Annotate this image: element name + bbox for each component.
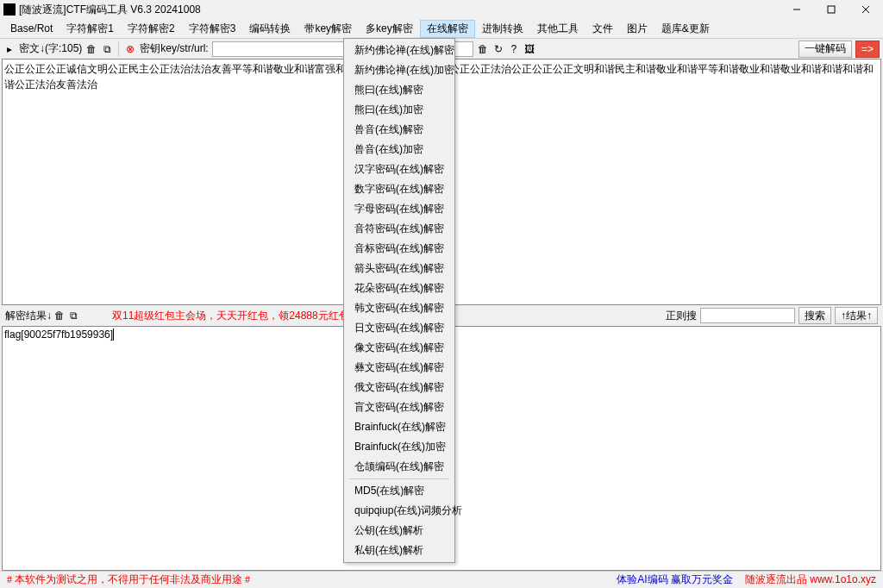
menu-image[interactable]: 图片 (620, 20, 654, 38)
dropdown-item[interactable]: 韩文密码(在线)解密 (346, 298, 453, 318)
dropdown-item[interactable]: 俄文密码(在线)解密 (346, 378, 453, 397)
cipher-label: 密文↓(字:105) (19, 41, 82, 56)
expand-icon[interactable]: ▸ (3, 43, 16, 55)
dropdown-item[interactable]: 字母密码(在线)解密 (346, 199, 453, 219)
copy-icon[interactable]: ⧉ (101, 43, 113, 55)
menu-radix-convert[interactable]: 进制转换 (475, 20, 530, 38)
menu-multikey-decrypt[interactable]: 多key解密 (359, 20, 420, 38)
menu-online-decrypt[interactable]: 在线解密 (420, 20, 475, 38)
help-icon[interactable]: ? (508, 43, 520, 55)
dropdown-item[interactable]: 熊曰(在线)加密 (346, 100, 453, 120)
search-btn-label: 搜索 (805, 309, 825, 323)
dropdown-item[interactable]: MD5(在线)解密 (346, 481, 453, 501)
go-button[interactable]: => (855, 41, 880, 58)
dropdown-item[interactable]: 新约佛论禅(在线)加密 (346, 60, 453, 80)
trash2-icon[interactable]: 🗑 (477, 43, 489, 55)
dropdown-item[interactable]: 彝文密码(在线)解密 (346, 358, 453, 378)
result-btn-label: ↑结果↑ (841, 309, 872, 323)
menu-qa-update[interactable]: 题库&更新 (654, 20, 717, 38)
dropdown-item[interactable]: 熊曰(在线)解密 (346, 80, 453, 100)
search-input[interactable] (700, 308, 795, 323)
separator (118, 41, 119, 57)
menu-char-decrypt3[interactable]: 字符解密3 (182, 20, 243, 38)
menu-char-decrypt2[interactable]: 字符解密2 (121, 20, 182, 38)
dropdown-item[interactable]: 花朵密码(在线)解密 (346, 278, 453, 298)
status-disclaimer: # 本软件为测试之用，不得用于任何非法及商业用途 # (7, 572, 250, 587)
status-ai-promo[interactable]: 体验AI编码 赢取万元奖金 (617, 572, 733, 587)
minimize-button[interactable] (780, 0, 814, 19)
dropdown-separator (349, 479, 449, 479)
status-credit[interactable]: 随波逐流出品 www.1o1o.xyz (745, 572, 876, 587)
status-bar: # 本软件为测试之用，不得用于任何非法及商业用途 # 体验AI编码 赢取万元奖金… (0, 571, 883, 588)
menu-key-decrypt[interactable]: 带key解密 (297, 20, 359, 38)
result-up-button[interactable]: ↑结果↑ (835, 307, 878, 324)
dropdown-item[interactable]: 仓颉编码(在线)解密 (346, 457, 453, 477)
title-bar: [随波逐流]CTF编码工具 V6.3 20241008 (0, 0, 883, 19)
dropdown-item[interactable]: quipqiup(在线)词频分析 (346, 501, 453, 521)
copy2-icon[interactable]: ⧉ (67, 310, 79, 322)
menu-file[interactable]: 文件 (586, 20, 620, 38)
result-content: flag[90025f7fb1959936] (4, 328, 113, 341)
dropdown-item[interactable]: 兽音(在线)解密 (346, 120, 453, 140)
key-icon[interactable]: ⊗ (124, 43, 136, 55)
dropdown-item[interactable]: 新约佛论禅(在线)解密 (346, 41, 453, 60)
dropdown-item[interactable]: 盲文密码(在线)解密 (346, 397, 453, 417)
online-decrypt-dropdown: 新约佛论禅(在线)解密新约佛论禅(在线)加密熊曰(在线)解密熊曰(在线)加密兽音… (343, 38, 455, 563)
maximize-button[interactable] (814, 0, 849, 19)
dropdown-item[interactable]: 公钥(在线)解析 (346, 521, 453, 541)
image-tool-icon[interactable]: 🖼 (523, 43, 535, 55)
key-label: 密钥key/str/url: (140, 41, 208, 56)
trash3-icon[interactable]: 🗑 (53, 310, 66, 322)
window-title: [随波逐流]CTF编码工具 V6.3 20241008 (19, 3, 780, 17)
close-button[interactable] (849, 0, 883, 19)
menu-other-tools[interactable]: 其他工具 (530, 20, 586, 38)
dropdown-item[interactable]: 音标密码(在线)解密 (346, 239, 453, 259)
regex-label: 正则搜 (666, 309, 697, 323)
menu-char-decrypt1[interactable]: 字符解密1 (59, 20, 121, 38)
dropdown-item[interactable]: 日文密码(在线)解密 (346, 318, 453, 338)
dropdown-item[interactable]: 数字密码(在线)解密 (346, 179, 453, 199)
one-click-decode-button[interactable]: 一键解码 (798, 41, 852, 58)
dropdown-item[interactable]: 箭头密码(在线)解密 (346, 259, 453, 278)
svg-rect-1 (828, 6, 835, 13)
reload-icon[interactable]: ↻ (492, 43, 504, 55)
dropdown-item[interactable]: Brainfuck(在线)加密 (346, 437, 453, 457)
dropdown-item[interactable]: 像文密码(在线)解密 (346, 338, 453, 358)
app-icon (3, 3, 16, 16)
one-click-label: 一键解码 (805, 41, 846, 56)
menu-encoding-convert[interactable]: 编码转换 (242, 20, 297, 38)
dropdown-item[interactable]: 私钥(在线)解析 (346, 541, 453, 560)
dropdown-item[interactable]: 兽音(在线)加密 (346, 140, 453, 160)
menu-base-rot[interactable]: Base/Rot (3, 21, 59, 36)
result-label: 解密结果↓ (5, 309, 52, 323)
dropdown-item[interactable]: Brainfuck(在线)解密 (346, 417, 453, 437)
dropdown-item[interactable]: 音符密码(在线)解密 (346, 219, 453, 239)
search-button[interactable]: 搜索 (798, 307, 831, 324)
menu-bar: Base/Rot 字符解密1 字符解密2 字符解密3 编码转换 带key解密 多… (0, 19, 883, 38)
dropdown-item[interactable]: 汉字密码(在线)解密 (346, 160, 453, 179)
trash-icon[interactable]: 🗑 (85, 43, 97, 55)
